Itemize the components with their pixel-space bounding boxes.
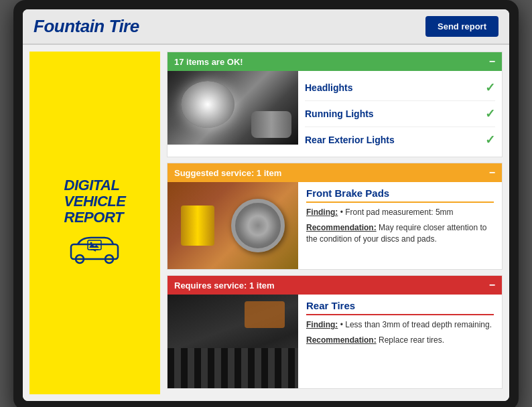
requires-section: Requires service: 1 item − Rear Tires Fi… [167, 275, 503, 389]
recommendation-label-1: Recommendation: [306, 223, 377, 232]
requires-detail: Rear Tires Finding: • Less than 3mm of t… [298, 295, 502, 388]
requires-section-label: Requires service: 1 item [174, 280, 275, 291]
ok-section-collapse[interactable]: − [489, 56, 495, 68]
svg-point-6 [90, 242, 92, 244]
finding-text-1: • Front pad measurement: 5mm [340, 208, 454, 217]
header: Fountain Tire Send report [23, 9, 509, 45]
list-item: Headlights ✓ [305, 75, 495, 101]
right-panel: 17 items are OK! − Headlights ✓ Running … [167, 52, 503, 394]
send-report-button[interactable]: Send report [425, 16, 498, 37]
suggested-section: Suggested service: 1 item − Front Brake … [167, 163, 503, 270]
dvr-title: DIGITALVEHICLEREPORT [64, 177, 126, 226]
finding-text-2: • Less than 3mm of tread depth remaining… [340, 320, 492, 329]
requires-section-header: Requires service: 1 item − [168, 276, 502, 295]
finding-label-2: Finding: [306, 320, 338, 329]
brake-disc-shape [231, 199, 285, 252]
device-frame: Fountain Tire Send report DIGITALVEHICLE… [13, 0, 519, 407]
front-brake-pads-title: Front Brake Pads [306, 187, 494, 203]
dvr-icon [68, 232, 121, 266]
list-item: Running Lights ✓ [305, 101, 495, 127]
front-brake-finding: Finding: • Front pad measurement: 5mm [306, 207, 494, 218]
headlights-check-icon: ✓ [485, 80, 495, 95]
recommendation-text-2: Replace rear tires. [379, 335, 444, 345]
requires-section-body: Rear Tires Finding: • Less than 3mm of t… [168, 295, 502, 388]
dvr-box: DIGITALVEHICLEREPORT [64, 177, 126, 269]
rear-exterior-lights-label: Rear Exterior Lights [305, 135, 395, 145]
screen: Fountain Tire Send report DIGITALVEHICLE… [23, 9, 509, 401]
suggested-section-header: Suggested service: 1 item − [168, 163, 502, 182]
requires-section-collapse[interactable]: − [489, 279, 495, 291]
ok-items-list: Headlights ✓ Running Lights ✓ Rear Exter… [298, 71, 502, 157]
recommendation-label-2: Recommendation: [306, 335, 377, 345]
left-panel: DIGITALVEHICLEREPORT [29, 52, 160, 394]
rear-exterior-lights-check-icon: ✓ [485, 133, 495, 147]
running-lights-check-icon: ✓ [485, 106, 495, 121]
ok-section-header: 17 items are OK! − [168, 52, 502, 71]
finding-label-1: Finding: [306, 208, 338, 217]
content-area: DIGITALVEHICLEREPORT [23, 45, 509, 401]
brake-caliper-shape [181, 206, 214, 246]
suggested-section-label: Suggested service: 1 item [174, 168, 281, 178]
headlight-image [168, 71, 298, 145]
rear-tires-finding: Finding: • Less than 3mm of tread depth … [306, 319, 494, 331]
rear-tires-title: Rear Tires [306, 300, 494, 315]
suggested-section-body: Front Brake Pads Finding: • Front pad me… [168, 182, 502, 269]
ok-section-body: Headlights ✓ Running Lights ✓ Rear Exter… [168, 71, 502, 157]
ok-section: 17 items are OK! − Headlights ✓ Running … [167, 52, 503, 157]
list-item: Rear Exterior Lights ✓ [305, 127, 495, 153]
ok-section-label: 17 items are OK! [174, 57, 243, 67]
suggested-detail: Front Brake Pads Finding: • Front pad me… [298, 182, 502, 269]
brake-image [168, 182, 298, 269]
headlights-label: Headlights [305, 82, 353, 93]
tire-image [168, 295, 298, 388]
front-brake-recommendation: Recommendation: May require closer atten… [306, 222, 494, 245]
rear-tires-recommendation: Recommendation: Replace rear tires. [306, 335, 494, 346]
logo: Fountain Tire [34, 16, 139, 37]
suggested-section-collapse[interactable]: − [489, 167, 495, 179]
running-lights-label: Running Lights [305, 108, 374, 119]
